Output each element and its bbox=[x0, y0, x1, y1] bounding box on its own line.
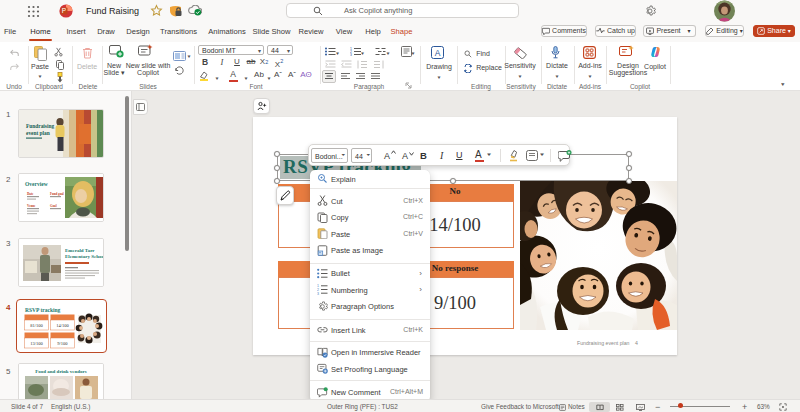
svg-text:Fundraising: Fundraising bbox=[26, 123, 54, 129]
svg-text:A: A bbox=[435, 48, 441, 58]
svg-text:81/100: 81/100 bbox=[30, 323, 43, 328]
svg-text:13/100: 13/100 bbox=[30, 341, 43, 346]
svg-text:P: P bbox=[62, 7, 66, 14]
svg-text:Elementary School: Elementary School bbox=[65, 254, 103, 259]
svg-text:Fund goal: Fund goal bbox=[50, 192, 64, 196]
svg-text:Venue: Venue bbox=[27, 204, 36, 208]
svg-text:Overview: Overview bbox=[25, 181, 48, 187]
svg-text:event plan: event plan bbox=[26, 130, 50, 136]
svg-text:Date: Date bbox=[27, 192, 34, 196]
svg-text:14/100: 14/100 bbox=[56, 323, 69, 328]
svg-text:Food and drink vendors: Food and drink vendors bbox=[35, 369, 87, 374]
svg-text:3: 3 bbox=[350, 53, 352, 56]
svg-text:9/100: 9/100 bbox=[57, 341, 68, 346]
svg-text:Goal: Goal bbox=[50, 204, 57, 208]
svg-text:Emerald Tarr: Emerald Tarr bbox=[65, 248, 95, 253]
svg-text:3: 3 bbox=[317, 292, 319, 296]
svg-text:RSVP tracking: RSVP tracking bbox=[25, 307, 61, 313]
